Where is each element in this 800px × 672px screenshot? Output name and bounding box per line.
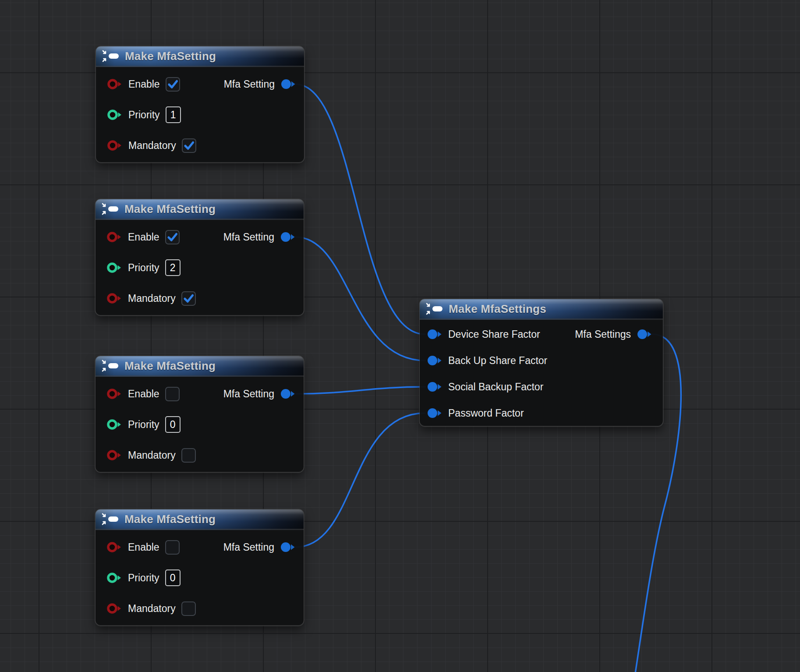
pin-label: Priority [128, 572, 159, 584]
mandatory-checkbox[interactable] [181, 291, 196, 306]
mandatory-checkbox[interactable] [181, 448, 196, 463]
pin-label: Enable [128, 231, 159, 243]
priority-input[interactable]: 0 [165, 416, 181, 433]
bool-pin-icon[interactable] [106, 231, 122, 243]
pin-label: Device Share Factor [448, 329, 540, 340]
pin-label: Mandatory [128, 293, 176, 304]
pin-label: Social Backup Factor [448, 381, 543, 393]
struct-pin-icon[interactable] [280, 78, 296, 90]
make-struct-icon [102, 202, 119, 216]
bool-pin-icon[interactable] [107, 140, 123, 151]
node-header[interactable]: Make MfaSettings [420, 299, 663, 320]
node-header[interactable]: Make MfaSetting [96, 356, 304, 377]
bool-pin-icon[interactable] [106, 293, 122, 304]
bool-pin-icon[interactable] [106, 388, 122, 400]
node-header[interactable]: Make MfaSetting [96, 46, 304, 67]
struct-pin-icon[interactable] [280, 388, 296, 400]
node-make-mfasetting-3[interactable]: Make MfaSetting Enable Priority 0 Mandat… [96, 356, 304, 472]
wire-node1-to-device-share-factor[interactable] [295, 84, 425, 334]
make-struct-icon [102, 359, 119, 372]
pin-row-social-backup-factor: Social Backup Factor [427, 378, 543, 396]
pin-row-mandatory: Mandatory [106, 600, 196, 617]
pin-row-enable: Enable [106, 538, 180, 556]
pin-row-priority: Priority 0 [106, 416, 181, 433]
struct-pin-icon[interactable] [280, 231, 296, 243]
int-pin-icon[interactable] [106, 419, 122, 430]
node-header[interactable]: Make MfaSetting [96, 199, 304, 220]
pin-row-mandatory: Mandatory [106, 290, 196, 307]
struct-pin-icon[interactable] [427, 381, 442, 393]
node-title: Make MfaSetting [125, 50, 216, 63]
pin-row-enable: Enable [106, 228, 180, 246]
wire-node2-to-backup-share-factor[interactable] [295, 237, 425, 361]
pin-label: Mfa Setting [223, 541, 274, 553]
pin-row-mfa-setting-output: Mfa Setting [223, 385, 296, 403]
pin-row-mandatory: Mandatory [106, 446, 196, 464]
pin-label: Mfa Setting [224, 78, 275, 90]
pin-label: Mfa Settings [575, 329, 631, 340]
bool-pin-icon[interactable] [107, 78, 123, 90]
pin-label: Enable [128, 541, 159, 553]
pin-label: Mandatory [128, 140, 176, 152]
pin-label: Enable [128, 388, 159, 400]
pin-label: Priority [128, 419, 159, 431]
enable-checkbox[interactable] [165, 387, 180, 401]
node-title: Make MfaSettings [449, 302, 546, 316]
node-make-mfasetting-4[interactable]: Make MfaSetting Enable Priority 0 Mandat… [96, 509, 304, 626]
pin-row-priority: Priority 0 [106, 569, 181, 587]
pin-label: Enable [128, 78, 160, 90]
priority-input[interactable]: 1 [166, 106, 181, 123]
enable-checkbox[interactable] [165, 230, 180, 244]
pin-row-enable: Enable [107, 75, 180, 93]
int-pin-icon[interactable] [106, 262, 122, 273]
pin-label: Priority [128, 109, 160, 121]
pin-label: Mfa Setting [223, 388, 274, 400]
struct-pin-icon[interactable] [427, 355, 442, 366]
pin-row-password-factor: Password Factor [427, 404, 524, 422]
pin-row-priority: Priority 1 [107, 106, 181, 124]
pin-row-mfa-setting-output: Mfa Setting [223, 228, 296, 246]
graph-canvas[interactable]: Make MfaSetting Enable Priority 1 Mandat… [0, 0, 800, 672]
wire-node4-to-password-factor[interactable] [295, 413, 425, 547]
bool-pin-icon[interactable] [106, 541, 122, 553]
pin-row-device-share-factor: Device Share Factor [427, 325, 540, 343]
pin-row-mfa-setting-output: Mfa Setting [223, 538, 296, 556]
priority-input[interactable]: 0 [165, 569, 181, 586]
pin-label: Password Factor [448, 407, 524, 419]
node-header[interactable]: Make MfaSetting [96, 509, 304, 530]
pin-row-priority: Priority 2 [106, 259, 181, 276]
pin-row-mfa-settings-output: Mfa Settings [575, 325, 652, 343]
node-title: Make MfaSetting [124, 202, 216, 216]
mandatory-checkbox[interactable] [181, 601, 196, 616]
make-struct-icon [102, 50, 120, 63]
bool-pin-icon[interactable] [106, 449, 122, 461]
int-pin-icon[interactable] [107, 109, 123, 120]
bool-pin-icon[interactable] [106, 603, 122, 614]
pin-row-backup-share-factor: Back Up Share Factor [427, 352, 547, 369]
int-pin-icon[interactable] [106, 572, 122, 584]
mandatory-checkbox[interactable] [182, 138, 196, 153]
enable-checkbox[interactable] [166, 77, 180, 92]
make-struct-icon [102, 513, 119, 526]
struct-pin-icon[interactable] [637, 329, 652, 340]
pin-row-mandatory: Mandatory [107, 137, 196, 154]
pin-label: Mandatory [128, 449, 176, 461]
struct-pin-icon[interactable] [427, 329, 442, 340]
node-title: Make MfaSetting [124, 513, 216, 526]
wire-node3-to-social-backup-factor[interactable] [295, 387, 425, 394]
make-struct-icon [426, 302, 443, 315]
pin-label: Mfa Setting [223, 231, 274, 243]
pin-label: Back Up Share Factor [448, 355, 547, 367]
struct-pin-icon[interactable] [427, 407, 442, 419]
pin-label: Priority [128, 262, 159, 274]
struct-pin-icon[interactable] [280, 541, 296, 553]
node-make-mfasetting-2[interactable]: Make MfaSetting Enable Priority 2 Mandat… [96, 199, 304, 315]
priority-input[interactable]: 2 [165, 259, 181, 276]
node-title: Make MfaSetting [124, 359, 216, 373]
pin-row-enable: Enable [106, 385, 180, 403]
pin-label: Mandatory [128, 603, 176, 615]
enable-checkbox[interactable] [165, 540, 180, 555]
pin-row-mfa-setting-output: Mfa Setting [224, 75, 296, 93]
node-make-mfasettings[interactable]: Make MfaSettings Device Share Factor Bac… [420, 299, 663, 426]
node-make-mfasetting-1[interactable]: Make MfaSetting Enable Priority 1 Mandat… [96, 46, 304, 163]
